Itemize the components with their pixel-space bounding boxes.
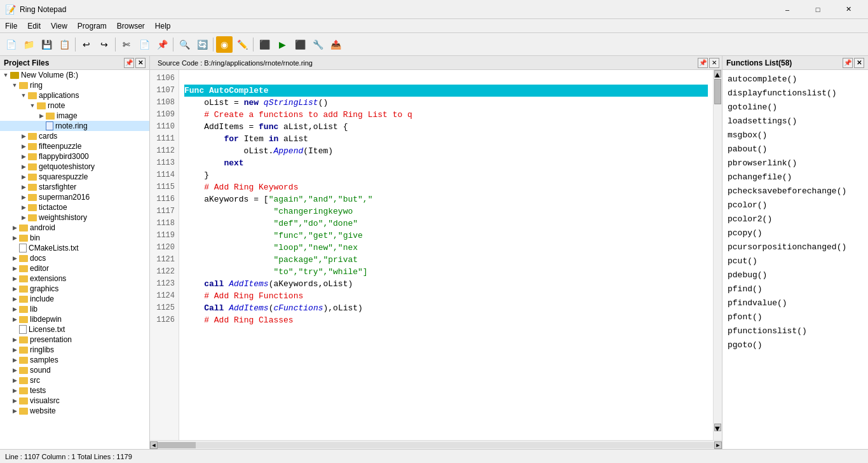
run-button[interactable]: ▶	[274, 36, 290, 53]
menu-program[interactable]: Program	[72, 20, 112, 32]
func-item-pchangefile[interactable]: pchangefile()	[728, 170, 863, 184]
project-panel-pin[interactable]: 📌	[124, 58, 134, 68]
draw-button[interactable]: ✏️	[234, 36, 250, 53]
func-item-gotoline[interactable]: gotoline()	[728, 100, 863, 114]
tree-item-tictactoe[interactable]: ▶ tictactoe	[0, 202, 149, 212]
tree-item-starsfighter[interactable]: ▶ starsfighter	[0, 182, 149, 192]
tree-item-presentation[interactable]: ▶ presentation	[0, 335, 149, 345]
color-button[interactable]: ◉	[216, 36, 233, 53]
func-item-pcolor2[interactable]: pcolor2()	[728, 212, 863, 226]
tree-item-weightshistory[interactable]: ▶ weightshistory	[0, 212, 149, 223]
tree-item-applications[interactable]: ▼ applications	[0, 90, 149, 100]
scroll-arrow-down[interactable]: ▼	[714, 424, 721, 431]
tree-item-bin[interactable]: ▶ bin	[0, 233, 149, 243]
build-button[interactable]: 🔧	[309, 36, 326, 53]
tree-item-ringlibs[interactable]: ▶ ringlibs	[0, 345, 149, 355]
func-item-pfont[interactable]: pfont()	[728, 310, 863, 324]
debug-button[interactable]: ⬛	[256, 36, 273, 53]
tree-item-rnote-ring[interactable]: ▶ rnote.ring	[0, 121, 149, 131]
func-item-loadsettings[interactable]: loadsettings()	[728, 114, 863, 128]
func-item-pabout[interactable]: pabout()	[728, 142, 863, 156]
functions-panel-close[interactable]: ✕	[854, 58, 864, 68]
tree-item-tests[interactable]: ▶ tests	[0, 385, 149, 396]
func-item-pfindvalue[interactable]: pfindvalue()	[728, 296, 863, 310]
functions-list: autocomplete() displayfunctionslist() go…	[722, 70, 868, 449]
func-item-msgbox[interactable]: msgbox()	[728, 128, 863, 142]
func-item-pcolor[interactable]: pcolor()	[728, 198, 863, 212]
tree-item-samples[interactable]: ▶ samples	[0, 355, 149, 365]
stop-button[interactable]: ⬛	[292, 36, 308, 53]
saveas-button[interactable]: 📋	[56, 36, 72, 53]
tree-item-src[interactable]: ▶ src	[0, 375, 149, 385]
editor-scrollbar-v[interactable]: ▲ ▼	[713, 70, 722, 440]
tree-item-extensions[interactable]: ▶ extensions	[0, 273, 149, 284]
tree-item-fifteenpuzzle[interactable]: ▶ fifteenpuzzle	[0, 141, 149, 151]
code-content[interactable]: Func AutoComplete oList = new qStringLis…	[179, 70, 713, 440]
editor-close-button[interactable]: ✕	[709, 58, 719, 68]
tree-item-editor[interactable]: ▶ editor	[0, 263, 149, 273]
scroll-thumb-h[interactable]	[158, 442, 196, 448]
cut-button[interactable]: ✄	[118, 36, 135, 53]
menu-browser[interactable]: Browser	[112, 20, 150, 32]
func-item-pgoto[interactable]: pgoto()	[728, 338, 863, 352]
tree-item-android[interactable]: ▶ android	[0, 223, 149, 233]
scroll-thumb-v[interactable]	[714, 79, 721, 104]
func-item-autocomplete[interactable]: autocomplete()	[728, 73, 863, 86]
func-item-pdebug[interactable]: pdebug()	[728, 268, 863, 282]
menu-view[interactable]: View	[46, 20, 72, 32]
scroll-arrow-right[interactable]: ►	[714, 441, 722, 449]
tree-item-root[interactable]: ▼ New Volume (B:)	[0, 70, 149, 80]
tree-item-squarespuzzle[interactable]: ▶ squarespuzzle	[0, 172, 149, 182]
new-button[interactable]: 📄	[3, 36, 19, 53]
func-item-pcursorpositionchanged[interactable]: pcursorpositionchanged()	[728, 240, 863, 254]
scroll-track-h[interactable]	[158, 442, 714, 448]
copy-button[interactable]: 📄	[136, 36, 153, 53]
tree-item-graphics[interactable]: ▶ graphics	[0, 284, 149, 294]
func-item-displayfunctionslist[interactable]: displayfunctionslist()	[728, 86, 863, 100]
scroll-arrow-left[interactable]: ◄	[150, 441, 158, 449]
replace-button[interactable]: 🔄	[194, 36, 210, 53]
tree-item-include[interactable]: ▶ include	[0, 294, 149, 304]
minimize-button[interactable]: –	[773, 0, 802, 19]
output-button[interactable]: 📤	[327, 36, 344, 53]
tree-item-license[interactable]: ▶ License.txt	[0, 324, 149, 335]
tree-item-visualsrc[interactable]: ▶ visualsrc	[0, 396, 149, 406]
func-item-pbrowserlink[interactable]: pbrowserlink()	[728, 156, 863, 170]
save-button[interactable]: 💾	[38, 36, 55, 53]
tree-item-image[interactable]: ▶ image	[0, 111, 149, 121]
menu-file[interactable]: File	[0, 20, 22, 32]
tree-item-libdepwin[interactable]: ▶ libdepwin	[0, 314, 149, 324]
func-item-pcopy[interactable]: pcopy()	[728, 226, 863, 240]
undo-button[interactable]: ↩	[78, 36, 95, 53]
functions-panel-pin[interactable]: 📌	[843, 58, 853, 68]
tree-item-cards[interactable]: ▶ cards	[0, 131, 149, 141]
tree-item-lib[interactable]: ▶ lib	[0, 304, 149, 314]
maximize-button[interactable]: □	[803, 0, 832, 19]
tree-item-rnote[interactable]: ▼ rnote	[0, 100, 149, 111]
tree-item-sound[interactable]: ▶ sound	[0, 365, 149, 375]
str-1121: "package","privat	[273, 255, 358, 265]
find-button[interactable]: 🔍	[176, 36, 193, 53]
func-item-pchecksavebeforechange[interactable]: pchecksavebeforechange()	[728, 184, 863, 198]
func-item-pfind[interactable]: pfind()	[728, 282, 863, 296]
func-item-pfunctionslist[interactable]: pfunctionslist()	[728, 324, 863, 338]
open-button[interactable]: 📁	[20, 36, 37, 53]
tree-item-superman2016[interactable]: ▶ superman2016	[0, 192, 149, 202]
menu-edit[interactable]: Edit	[22, 20, 46, 32]
tree-item-ring[interactable]: ▼ ring	[0, 80, 149, 90]
tree-item-getquoteshistory[interactable]: ▶ getquoteshistory	[0, 162, 149, 172]
editor-pin-button[interactable]: 📌	[698, 58, 708, 68]
close-button[interactable]: ✕	[834, 0, 863, 19]
arrow-starsfighter: ▶	[19, 184, 28, 190]
tree-item-flappybird3000[interactable]: ▶ flappybird3000	[0, 151, 149, 162]
code-editor[interactable]: 1106 1107 1108 1109 1110 1111 1112 1113 …	[150, 70, 722, 440]
paste-button[interactable]: 📌	[154, 36, 170, 53]
tree-item-docs[interactable]: ▶ docs	[0, 253, 149, 263]
menu-help[interactable]: Help	[150, 20, 176, 32]
scroll-arrow-up[interactable]: ▲	[714, 70, 721, 78]
redo-button[interactable]: ↪	[96, 36, 112, 53]
tree-item-cmake[interactable]: ▶ CMakeLists.txt	[0, 243, 149, 253]
tree-item-website[interactable]: ▶ website	[0, 406, 149, 416]
func-item-pcut[interactable]: pcut()	[728, 254, 863, 268]
project-panel-close[interactable]: ✕	[135, 58, 146, 68]
